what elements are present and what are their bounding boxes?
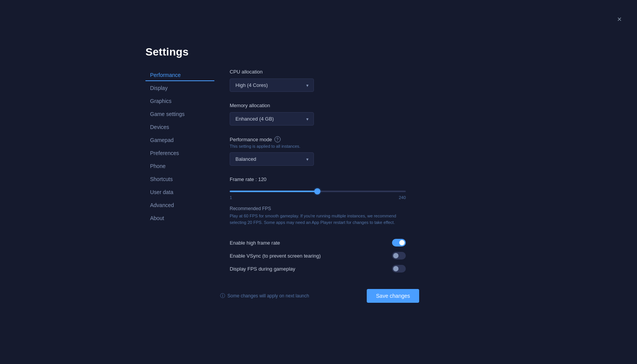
footer-note-text: Some changes will apply on next launch <box>227 293 309 299</box>
info-icon: ⓘ <box>220 292 225 299</box>
toggle-high-frame-rate-label: Enable high frame rate <box>230 240 280 246</box>
toggle-display-fps[interactable] <box>392 265 406 273</box>
cpu-select-wrapper: High (4 Cores) Medium (2 Cores) Low (1 C… <box>230 78 314 92</box>
slider-labels: 1 240 <box>230 195 406 200</box>
toggle-high-frame-rate-slider <box>392 239 406 246</box>
frame-rate-section: Frame rate : 120 1 240 <box>230 176 413 200</box>
close-button[interactable]: × <box>617 15 622 23</box>
footer-bar: ⓘ Some changes will apply on next launch… <box>220 289 419 303</box>
memory-select[interactable]: Enhanced (4 GB) Standard (2 GB) Low (1 G… <box>230 112 314 126</box>
recommended-fps-title: Recommended FPS <box>230 206 413 211</box>
sidebar-item-gamepad[interactable]: Gamepad <box>145 134 214 146</box>
save-changes-button[interactable]: Save changes <box>367 289 419 303</box>
performance-mode-hint: This setting is applied to all instances… <box>230 144 413 149</box>
sidebar-item-devices[interactable]: Devices <box>145 121 214 133</box>
performance-mode-label-row: Performance mode ? <box>230 136 413 142</box>
toggle-vsync-row: Enable VSync (to prevent screen tearing) <box>230 249 406 262</box>
settings-layout: Performance Display Graphics Game settin… <box>145 46 421 275</box>
cpu-section: CPU allocation High (4 Cores) Medium (2 … <box>230 69 413 92</box>
frame-rate-slider[interactable] <box>230 191 406 192</box>
memory-section: Memory allocation Enhanced (4 GB) Standa… <box>230 103 413 126</box>
sidebar-item-user-data[interactable]: User data <box>145 186 214 198</box>
memory-select-wrapper: Enhanced (4 GB) Standard (2 GB) Low (1 G… <box>230 112 314 126</box>
sidebar-item-graphics[interactable]: Graphics <box>145 95 214 107</box>
toggle-vsync-label: Enable VSync (to prevent screen tearing) <box>230 253 321 259</box>
sidebar-item-advanced[interactable]: Advanced <box>145 199 214 211</box>
frame-rate-label: Frame rate : 120 <box>230 176 413 182</box>
toggle-vsync-slider <box>392 252 406 260</box>
sidebar-item-game-settings[interactable]: Game settings <box>145 108 214 120</box>
performance-mode-section: Performance mode ? This setting is appli… <box>230 136 413 166</box>
toggle-vsync[interactable] <box>392 252 406 260</box>
sidebar: Performance Display Graphics Game settin… <box>145 69 214 275</box>
main-content: CPU allocation High (4 Cores) Medium (2 … <box>230 69 421 275</box>
memory-label: Memory allocation <box>230 103 413 108</box>
sidebar-item-shortcuts[interactable]: Shortcuts <box>145 173 214 185</box>
sidebar-item-phone[interactable]: Phone <box>145 160 214 172</box>
recommended-fps-section: Recommended FPS Play at 60 FPS for smoot… <box>230 206 413 225</box>
performance-mode-select-wrapper: Balanced High Performance Power Saving <box>230 152 314 166</box>
toggle-high-frame-rate-row: Enable high frame rate <box>230 236 406 249</box>
cpu-label: CPU allocation <box>230 69 413 75</box>
toggle-display-fps-slider <box>392 265 406 273</box>
slider-max: 240 <box>399 195 406 200</box>
sidebar-item-performance[interactable]: Performance <box>145 69 214 81</box>
toggle-display-fps-row: Display FPS during gameplay <box>230 262 406 275</box>
sidebar-item-about[interactable]: About <box>145 212 214 224</box>
recommended-fps-text: Play at 60 FPS for smooth gameplay. If y… <box>230 213 406 225</box>
toggle-display-fps-label: Display FPS during gameplay <box>230 266 295 272</box>
slider-min: 1 <box>230 195 232 200</box>
cpu-select[interactable]: High (4 Cores) Medium (2 Cores) Low (1 C… <box>230 78 314 92</box>
performance-mode-label-text: Performance mode <box>230 137 272 142</box>
sidebar-item-display[interactable]: Display <box>145 82 214 94</box>
toggle-high-frame-rate[interactable] <box>392 239 406 246</box>
sidebar-item-preferences[interactable]: Preferences <box>145 147 214 159</box>
help-icon[interactable]: ? <box>274 136 281 142</box>
performance-mode-select[interactable]: Balanced High Performance Power Saving <box>230 152 314 166</box>
footer-note: ⓘ Some changes will apply on next launch <box>220 292 309 299</box>
